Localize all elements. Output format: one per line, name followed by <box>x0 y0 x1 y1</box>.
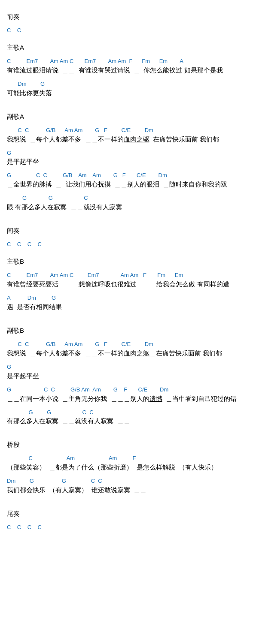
section-title: 主歌A <box>7 44 249 52</box>
lyric-line: ＿＿在同一本小说 ＿主角无分你我 ＿＿＿别人的遗憾 ＿当中看到自己犯过的错 <box>7 394 249 404</box>
spacer <box>7 238 249 241</box>
lyric-line: 有那么多人在寂寞 ＿＿就没有人寂寞 ＿＿ <box>7 416 249 426</box>
spacer <box>7 406 249 409</box>
chord-line: G C C G/B Am Am G F C/E Dm <box>7 172 249 179</box>
lyric-line: 是平起平坐 <box>7 371 249 381</box>
chord-line: Dm G <box>7 81 249 88</box>
section-title: 副歌B <box>7 327 249 335</box>
spacer <box>7 100 249 103</box>
chord-line: G <box>7 150 249 157</box>
lyric-line: 我想说 ＿每个人都差不多 ＿＿不一样的血肉之躯＿在痛苦快乐面前 我们都 <box>7 348 249 358</box>
spacer <box>7 146 249 150</box>
chord-line: C C C C <box>7 524 249 531</box>
section-title: 主歌B <box>7 258 249 266</box>
chord-line: C C C C <box>7 241 249 248</box>
lyric-line: ＿全世界的脉搏 ＿ 让我们用心抚摸 ＿＿别人的眼泪 ＿随时来自你和我的双 <box>7 179 249 190</box>
spacer <box>7 169 249 172</box>
spacer <box>7 77 249 81</box>
spacer <box>7 217 249 221</box>
spacer <box>7 431 249 435</box>
section-title: 副歌A <box>7 113 249 121</box>
spacer <box>7 314 249 317</box>
spacer <box>7 214 249 217</box>
spacer <box>7 497 249 500</box>
spacer <box>7 24 249 27</box>
section-title: 间奏 <box>7 227 249 235</box>
chord-line: C C G/B Am Am G F C/E Dm <box>7 127 249 134</box>
chord-line: C C <box>7 27 249 34</box>
lyric-line: 可能比你更失落 <box>7 88 249 98</box>
spacer <box>7 54 249 58</box>
spacer <box>7 521 249 524</box>
lyric-line: 眼 有那么多人在寂寞 ＿＿就没有人寂寞 <box>7 202 249 212</box>
lyric-line: （那些笑容） ＿都是为了什么（那些折磨） 是怎么样解脱 （有人快乐） <box>7 462 249 472</box>
lyric-line: 有谁流过眼泪请说 ＿＿ 有谁没有哭过请说 ＿ 你怎么能挨过 如果那个是我 <box>7 65 249 75</box>
spacer <box>7 428 249 431</box>
spacer <box>7 451 249 455</box>
section-title: 前奏 <box>7 13 249 21</box>
lyric-line: 有谁曾经要死要活 ＿＿ 想像连呼吸也很难过 ＿＿ 给我会怎么做 有同样的遭 <box>7 279 249 289</box>
chord-line: G G C <box>7 195 249 202</box>
chord-line: Dm G G C C <box>7 478 249 485</box>
spacer <box>7 500 249 504</box>
lyric-line: 是平起平坐 <box>7 156 249 167</box>
section-title: 桥段 <box>7 441 249 449</box>
spacer <box>7 191 249 195</box>
spacer <box>7 337 249 341</box>
spacer <box>7 34 249 38</box>
chord-line: G G C C <box>7 409 249 416</box>
lyric-line: 我们都会快乐 （有人寂寞） 谁还敢说寂寞 ＿＿ <box>7 485 249 495</box>
lyric-line: 遇 是否有相同结果 <box>7 302 249 312</box>
chord-line: G <box>7 364 249 371</box>
chord-line: C Am Am F <box>7 455 249 462</box>
spacer <box>7 317 249 321</box>
spacer <box>7 383 249 386</box>
chord-line: C Em7 Am Am C Em7 Am Am F Fm Em <box>7 272 249 279</box>
spacer <box>7 474 249 478</box>
lyric-line: 我想说 ＿每个人都差不多 ＿＿不一样的血肉之驱 在痛苦快乐面前 我们都 <box>7 134 249 144</box>
song-content: 前奏C C主歌AC Em7 Am Am C Em7 Am Am F Fm Em … <box>7 13 249 531</box>
section-title: 尾奏 <box>7 510 249 518</box>
chord-line: C Em7 Am Am C Em7 Am Am F Fm Em A <box>7 58 249 65</box>
spacer <box>7 291 249 295</box>
spacer <box>7 360 249 364</box>
spacer <box>7 103 249 107</box>
chord-line: G C C G/B Am Am G F C/E Dm <box>7 386 249 394</box>
chord-line: C C G/B Am Am G F C/E Dm <box>7 341 249 348</box>
spacer <box>7 248 249 252</box>
spacer <box>7 268 249 272</box>
spacer <box>7 123 249 127</box>
chord-line: A Dm G <box>7 295 249 302</box>
